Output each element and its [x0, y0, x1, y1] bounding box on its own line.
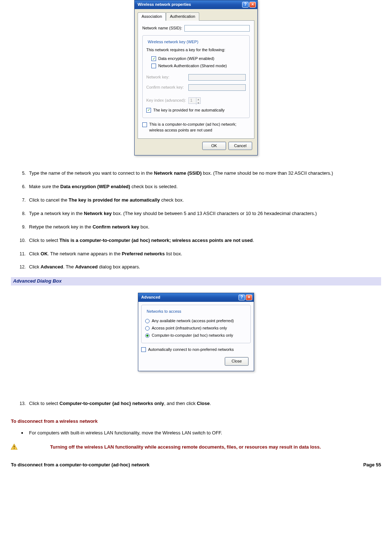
step-5: Type the name of the network you want to… [27, 170, 381, 177]
checkbox-unchecked-icon[interactable] [141, 347, 146, 352]
checkbox-unchecked-icon[interactable] [142, 122, 147, 127]
key-index-row: Key index (advanced): 1 ▲▼ [146, 97, 246, 104]
advanced-dialog-banner: Advanced Dialog Box [11, 277, 381, 285]
adhoc-row[interactable]: This is a computer-to-computer (ad hoc) … [142, 122, 250, 133]
step-9: Retype the network key in the Confirm ne… [27, 224, 381, 231]
close-button[interactable]: Close [225, 357, 249, 366]
radio-any-label: Any available network (access point pref… [152, 318, 234, 324]
ssid-label: Network name (SSID): [142, 25, 182, 31]
radio-unchecked-icon[interactable] [145, 319, 150, 323]
disconnect-bullets: For computers with built-in wireless LAN… [11, 430, 381, 437]
svg-rect-2 [14, 448, 15, 449]
ssid-row: Network name (SSID): [142, 25, 250, 32]
dialog2-footer: Close [141, 354, 251, 368]
wep-encryption-label: Data encryption (WEP enabled) [158, 56, 215, 62]
confirm-key-row: Confirm network key: [146, 84, 246, 91]
help-icon[interactable]: ? [242, 2, 249, 8]
wep-fieldset: Wireless network key (WEP) This network … [142, 35, 250, 118]
steps-list-2: Click to select Computer-to-computer {ad… [11, 400, 381, 407]
tab-association[interactable]: Association [138, 12, 166, 21]
dialog2-titlebar-buttons: ? × [238, 295, 252, 300]
radio-access-point[interactable]: Access point (infrastructure) networks o… [145, 325, 247, 331]
warning-icon [11, 444, 17, 450]
stepper-arrows-icon: ▲▼ [196, 98, 200, 104]
step-11: Click OK. The network name appears in th… [27, 251, 381, 258]
auto-connect-label: Automatically connect to non-preferred n… [148, 347, 234, 353]
ssid-input[interactable] [184, 25, 250, 32]
radio-adhoc-label: Computer-to-computer (ad hoc) networks o… [152, 333, 233, 339]
dialog1-footer: OK Cancel [138, 139, 254, 153]
dialog1-titlebar-buttons: ? × [242, 2, 256, 8]
close-icon[interactable]: × [249, 2, 256, 8]
checkbox-unchecked-icon[interactable] [151, 64, 156, 68]
svg-rect-1 [14, 446, 15, 447]
shared-mode-label: Network Authentication (Shared mode) [158, 63, 227, 69]
wep-encryption-row[interactable]: ✓ Data encryption (WEP enabled) [146, 56, 246, 62]
network-key-input [188, 74, 246, 81]
confirm-key-input [188, 84, 246, 91]
wep-intro: This network requires a key for the foll… [146, 47, 246, 53]
step-8: Type a network key in the Network key bo… [27, 210, 381, 217]
close-icon[interactable]: × [246, 295, 252, 300]
shared-mode-row[interactable]: Network Authentication (Shared mode) [146, 63, 246, 69]
networks-to-access-legend: Networks to access [145, 309, 183, 315]
footer-right: Page 55 [363, 462, 381, 469]
auto-key-row[interactable]: ✓ The key is provided for me automatical… [146, 108, 246, 113]
advanced-dialog: Advanced ? × Networks to access Any avai… [138, 293, 254, 371]
warning-block: Turning off the wireless LAN functionali… [11, 444, 381, 451]
dialog2-titlebar: Advanced ? × [138, 293, 254, 302]
wireless-properties-dialog-wrap: Wireless network properties ? × Associat… [11, 0, 381, 155]
step-7: Click to cancel the The key is provided … [27, 197, 381, 204]
dialog1-panel: Network name (SSID): Wireless network ke… [138, 21, 254, 139]
confirm-key-label: Confirm network key: [146, 85, 186, 90]
dialog1-titlebar: Wireless network properties ? × [135, 0, 257, 9]
network-key-label: Network key: [146, 74, 186, 80]
key-index-label: Key index (advanced): [146, 98, 186, 104]
dialog2-body: Networks to access Any available network… [138, 302, 254, 371]
networks-to-access-fieldset: Networks to access Any available network… [141, 305, 251, 343]
radio-checked-icon[interactable] [145, 333, 150, 338]
step-10: Click to select This is a computer-to-co… [27, 237, 381, 244]
footer-left: To disconnect from a computer-to-compute… [11, 462, 150, 469]
dialog2-title: Advanced [141, 295, 160, 300]
adhoc-label: This is a computer-to-computer (ad hoc) … [149, 122, 250, 133]
step-12: Click Advanced. The Advanced dialog box … [27, 264, 381, 271]
dialog1-tabs: Association Authentication [138, 12, 254, 21]
radio-adhoc-only[interactable]: Computer-to-computer (ad hoc) networks o… [145, 333, 247, 339]
warning-text: Turning off the wireless LAN functionali… [50, 444, 321, 451]
disconnect-heading: To disconnect from a wireless network [11, 418, 381, 425]
steps-list-1: Type the name of the network you want to… [11, 170, 381, 271]
cancel-button[interactable]: Cancel [228, 142, 252, 150]
disconnect-bullet-1: For computers with built-in wireless LAN… [27, 430, 381, 437]
dialog1-body: Association Authentication Network name … [135, 9, 257, 155]
page-footer: To disconnect from a computer-to-compute… [11, 462, 381, 469]
ok-button[interactable]: OK [202, 142, 226, 150]
auto-key-label: The key is provided for me automatically [153, 108, 225, 113]
radio-ap-label: Access point (infrastructure) networks o… [152, 325, 227, 331]
step-6: Make sure the Data encryption (WEP enabl… [27, 183, 381, 190]
step-13: Click to select Computer-to-computer {ad… [27, 400, 381, 407]
advanced-dialog-wrap: Advanced ? × Networks to access Any avai… [11, 293, 381, 371]
tab-authentication[interactable]: Authentication [166, 12, 199, 21]
auto-connect-row[interactable]: Automatically connect to non-preferred n… [141, 347, 251, 353]
key-index-value: 1 [189, 98, 196, 104]
dialog1-title: Wireless network properties [138, 2, 191, 8]
radio-any-available[interactable]: Any available network (access point pref… [145, 318, 247, 324]
wireless-properties-dialog: Wireless network properties ? × Associat… [134, 0, 258, 155]
checkbox-checked-icon[interactable]: ✓ [151, 56, 156, 61]
help-icon[interactable]: ? [238, 295, 245, 300]
wep-legend: Wireless network key (WEP) [146, 39, 200, 45]
checkbox-checked-icon[interactable]: ✓ [146, 108, 151, 113]
network-key-row: Network key: [146, 74, 246, 81]
key-index-stepper: 1 ▲▼ [188, 97, 201, 104]
radio-unchecked-icon[interactable] [145, 326, 150, 331]
